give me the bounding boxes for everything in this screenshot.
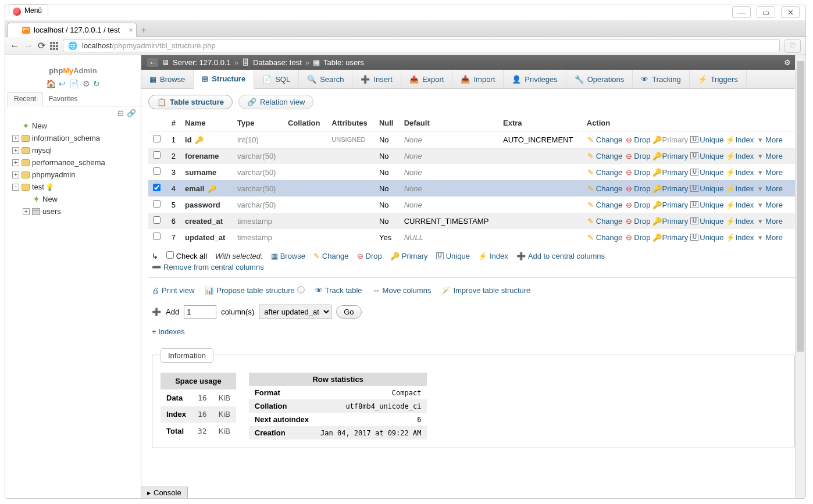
tab-close-icon[interactable]: ×: [129, 26, 133, 34]
action-drop[interactable]: ⊖Drop: [625, 233, 650, 242]
tree-db-performance_schema[interactable]: +performance_schema: [10, 156, 141, 169]
nav-structure[interactable]: ⊞Structure: [194, 70, 254, 89]
action-primary[interactable]: 🔑Primary: [652, 168, 688, 177]
browser-tab[interactable]: localhost / 127.0.0.1 / test ×: [8, 23, 137, 37]
opera-menu-button[interactable]: Menü: [9, 4, 48, 16]
action-drop[interactable]: ⊖Drop: [625, 184, 650, 193]
improve-structure[interactable]: 🪄Improve table structure: [441, 286, 530, 295]
nav-browse[interactable]: ▦Browse: [141, 70, 194, 88]
action-index[interactable]: ⚡Index: [726, 201, 754, 209]
bulk-add-central[interactable]: ➕Add to central columns: [516, 252, 605, 260]
home-icon[interactable]: 🏠: [46, 79, 56, 88]
tree-db-mysql[interactable]: +mysql: [10, 144, 141, 156]
logout-icon[interactable]: ↩: [59, 79, 66, 88]
action-primary[interactable]: 🔑Primary: [652, 152, 688, 160]
action-primary[interactable]: 🔑Primary: [652, 135, 688, 144]
nav-sql[interactable]: 📄SQL: [254, 70, 299, 88]
console-toggle[interactable]: ▸Console: [141, 487, 188, 498]
action-unique[interactable]: UUnique: [690, 201, 723, 209]
bulk-browse[interactable]: ▦Browse: [271, 252, 305, 260]
action-drop[interactable]: ⊖Drop: [625, 152, 650, 160]
action-drop[interactable]: ⊖Drop: [625, 168, 650, 177]
action-index[interactable]: ⚡Index: [726, 135, 754, 144]
action-drop[interactable]: ⊖Drop: [625, 201, 650, 209]
bulk-index[interactable]: ⚡Index: [478, 252, 508, 260]
reload-icon[interactable]: ↻: [93, 79, 100, 88]
tree-db-information_schema[interactable]: +information_schema: [10, 132, 141, 144]
action-unique[interactable]: UUnique: [690, 168, 723, 177]
bookmark-button[interactable]: ♡: [785, 39, 801, 53]
action-more[interactable]: ▾More: [756, 217, 783, 226]
address-bar[interactable]: 🌐 localhost/phpmyadmin/tbl_structure.php: [63, 39, 780, 52]
go-button[interactable]: Go: [336, 305, 361, 319]
action-primary[interactable]: 🔑Primary: [652, 184, 688, 193]
bc-table[interactable]: Table: users: [323, 58, 364, 67]
subnav-relation-view[interactable]: 🔗Relation view: [238, 95, 313, 109]
action-index[interactable]: ⚡Index: [726, 217, 754, 226]
tab-recent[interactable]: Recent: [8, 92, 42, 106]
action-unique[interactable]: UUnique: [690, 233, 723, 242]
row-checkbox[interactable]: [153, 135, 161, 142]
action-change[interactable]: ✎Change: [587, 233, 623, 242]
row-checkbox[interactable]: [153, 233, 161, 240]
nav-operations[interactable]: 🔧Operations: [566, 70, 633, 88]
nav-insert[interactable]: ➕Insert: [352, 70, 401, 88]
nav-import[interactable]: 📥Import: [452, 70, 504, 88]
window-minimize-button[interactable]: —: [732, 6, 751, 18]
action-drop[interactable]: ⊖Drop: [625, 135, 650, 144]
action-index[interactable]: ⚡Index: [726, 152, 754, 160]
action-drop[interactable]: ⊖Drop: [625, 217, 650, 226]
action-unique[interactable]: UUnique: [690, 152, 723, 160]
window-maximize-button[interactable]: ▭: [757, 6, 775, 18]
action-primary[interactable]: 🔑Primary: [652, 201, 688, 209]
bulk-unique[interactable]: UUnique: [436, 252, 470, 260]
collapse-icon[interactable]: ⊟: [117, 109, 124, 117]
speed-dial-button[interactable]: [50, 42, 58, 50]
action-unique[interactable]: UUnique: [690, 135, 723, 144]
action-more[interactable]: ▾More: [756, 201, 783, 209]
action-change[interactable]: ✎Change: [587, 135, 623, 144]
action-more[interactable]: ▾More: [756, 152, 783, 160]
action-index[interactable]: ⚡Index: [726, 168, 754, 177]
action-more[interactable]: ▾More: [756, 233, 783, 242]
bulk-remove-central[interactable]: ➖Remove from central columns: [152, 263, 264, 271]
link-icon[interactable]: 🔗: [127, 109, 136, 117]
action-more[interactable]: ▾More: [756, 168, 783, 177]
back-button[interactable]: ←: [10, 41, 19, 51]
page-settings-icon[interactable]: ⚙: [784, 58, 791, 67]
action-primary[interactable]: 🔑Primary: [652, 217, 688, 226]
indexes-toggle[interactable]: + Indexes: [148, 325, 798, 338]
docs-icon[interactable]: 📄: [69, 79, 79, 88]
nav-tracking[interactable]: 👁Tracking: [633, 70, 689, 88]
propose-structure[interactable]: 📊Propose table structure ⓘ: [205, 285, 304, 295]
check-all[interactable]: Check all: [166, 251, 207, 260]
action-unique[interactable]: UUnique: [690, 184, 723, 193]
tree-table-users[interactable]: +users: [10, 205, 141, 217]
nav-back-icon[interactable]: ←: [147, 58, 158, 67]
bulk-change[interactable]: ✎Change: [313, 252, 349, 260]
action-index[interactable]: ⚡Index: [726, 184, 754, 193]
bc-database[interactable]: Database: test: [253, 58, 302, 67]
action-change[interactable]: ✎Change: [587, 168, 623, 177]
print-view[interactable]: 🖨Print view: [152, 286, 194, 295]
action-index[interactable]: ⚡Index: [726, 233, 754, 242]
subnav-table-structure[interactable]: 📋Table structure: [148, 95, 233, 109]
row-checkbox[interactable]: [153, 216, 161, 224]
forward-button[interactable]: →: [24, 41, 33, 51]
action-unique[interactable]: UUnique: [690, 217, 723, 226]
action-change[interactable]: ✎Change: [587, 201, 623, 209]
row-checkbox[interactable]: [153, 200, 161, 208]
tree-test-new[interactable]: ✦New: [10, 193, 141, 205]
add-position-select[interactable]: after updated_at: [259, 305, 331, 319]
action-change[interactable]: ✎Change: [587, 152, 623, 160]
vertical-scrollbar[interactable]: [795, 55, 805, 498]
action-more[interactable]: ▾More: [756, 184, 783, 193]
move-columns[interactable]: ↔Move columns: [373, 286, 432, 295]
tree-db-test[interactable]: −test💡: [10, 181, 141, 193]
track-table[interactable]: 👁Track table: [315, 286, 362, 295]
row-checkbox[interactable]: [153, 184, 161, 191]
new-tab-button[interactable]: +: [137, 24, 151, 36]
action-change[interactable]: ✎Change: [587, 184, 623, 193]
action-change[interactable]: ✎Change: [587, 217, 623, 226]
tab-favorites[interactable]: Favorites: [42, 92, 84, 106]
